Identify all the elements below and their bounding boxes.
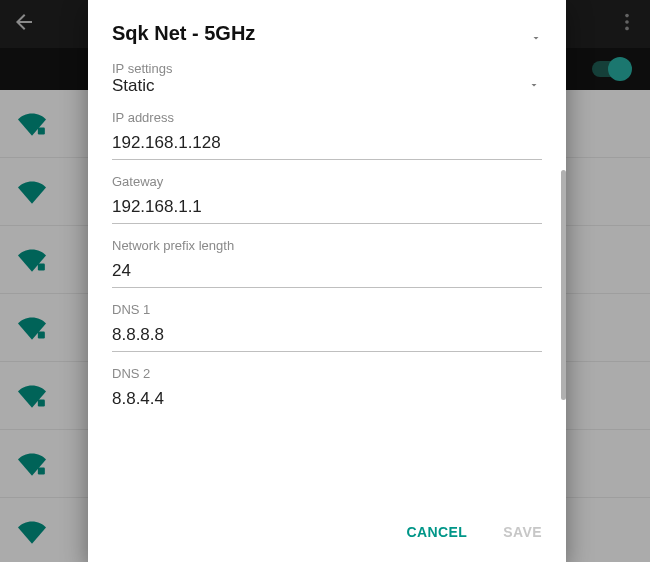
dropdown-caret-icon (528, 77, 540, 95)
dns1-label: DNS 1 (112, 302, 542, 317)
dns2-input[interactable]: 8.8.4.4 (112, 385, 542, 415)
dialog-title: Sqk Net - 5GHz (112, 22, 542, 45)
ip-address-label: IP address (112, 110, 542, 125)
prefix-length-label: Network prefix length (112, 238, 542, 253)
network-settings-dialog: Sqk Net - 5GHz IP settings Static IP add… (88, 0, 566, 562)
ip-settings-value: Static (112, 76, 155, 96)
gateway-label: Gateway (112, 174, 542, 189)
gateway-input[interactable] (112, 193, 542, 224)
ip-settings-label: IP settings (112, 61, 542, 76)
save-button[interactable]: SAVE (495, 518, 550, 546)
dns1-input[interactable] (112, 321, 542, 352)
ip-address-input[interactable] (112, 129, 542, 160)
cancel-button[interactable]: CANCEL (399, 518, 476, 546)
ip-settings-dropdown[interactable]: Static (112, 76, 542, 96)
dns2-label: DNS 2 (112, 366, 542, 381)
dialog-body: Sqk Net - 5GHz IP settings Static IP add… (88, 0, 566, 506)
scrollbar-thumb[interactable] (561, 170, 566, 400)
prefix-length-input[interactable] (112, 257, 542, 288)
dropdown-caret-icon[interactable] (530, 30, 542, 48)
dialog-actions: CANCEL SAVE (88, 506, 566, 562)
